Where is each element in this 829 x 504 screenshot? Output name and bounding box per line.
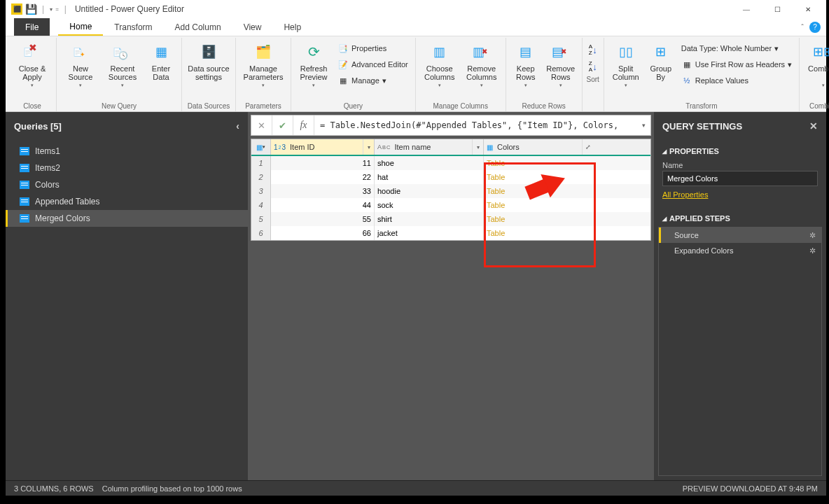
advanced-editor-button[interactable]: 📝Advanced Editor (335, 57, 411, 72)
keep-rows-button[interactable]: ▤Keep Rows▾ (510, 39, 541, 101)
properties-button[interactable]: 📑Properties (335, 41, 411, 56)
manage-button[interactable]: ▦Manage ▾ (335, 73, 411, 88)
manage-parameters-button[interactable]: 🗂️Manage Parameters▾ (240, 39, 286, 101)
cell-item-id[interactable]: 33 (271, 184, 375, 198)
table-row[interactable]: 222hatTable (251, 170, 650, 184)
collapse-queries-icon[interactable]: ‹ (236, 120, 239, 132)
gear-icon[interactable]: ✲ (809, 231, 816, 240)
ribbon-group-manage-columns: ▥Choose Columns▾ ▥✖Remove Columns▾ Manag… (416, 38, 506, 111)
expand-column-button[interactable]: ⤢ (582, 139, 593, 155)
qat-eq-icon: = (55, 6, 59, 13)
close-settings-button[interactable]: ✕ (809, 120, 818, 132)
column-header-item-name[interactable]: ABCItem name▾ (375, 139, 484, 155)
cell-item-name[interactable]: shirt (375, 212, 484, 226)
cell-item-name[interactable]: shoe (375, 156, 484, 170)
replace-values-button[interactable]: ½Replace Values (678, 73, 795, 88)
enter-data-button[interactable]: ▦Enter Data (145, 39, 177, 101)
sort-asc-button[interactable]: AZ↓ (585, 42, 601, 57)
choose-columns-button[interactable]: ▥Choose Columns▾ (420, 39, 459, 101)
cell-item-id[interactable]: 11 (271, 156, 375, 170)
cell-item-name[interactable]: hat (375, 170, 484, 184)
split-column-icon: ▯▯ (615, 41, 637, 63)
combine-button[interactable]: ⊞⊞Combine▾ (804, 39, 829, 101)
first-row-headers-button[interactable]: ▦Use First Row as Headers ▾ (678, 57, 795, 72)
close-apply-button[interactable]: 📄✖ Close & Apply▾ (13, 39, 52, 101)
cell-item-name[interactable]: jacket (375, 226, 484, 240)
data-source-settings-button[interactable]: 🗄️Data source settings (186, 39, 231, 101)
query-item[interactable]: Colors (6, 176, 248, 193)
table-row[interactable]: 444sockTable (251, 198, 650, 212)
table-row[interactable]: 555shirtTable (251, 212, 650, 226)
applied-step[interactable]: Expanded Colors✲ (659, 243, 821, 258)
qat-dropdown-icon[interactable]: ▾ (50, 6, 53, 13)
cell-item-id[interactable]: 55 (271, 212, 375, 226)
tab-help[interactable]: Help (272, 18, 312, 36)
properties-icon: 📑 (337, 43, 349, 54)
advanced-editor-icon: 📝 (337, 59, 349, 70)
data-type-button[interactable]: Data Type: Whole Number ▾ (678, 41, 795, 56)
minimize-button[interactable]: — (731, 0, 762, 18)
cell-item-id[interactable]: 22 (271, 170, 375, 184)
data-source-settings-icon: 🗄️ (197, 41, 220, 63)
properties-title: PROPERTIES (662, 144, 818, 158)
tab-home[interactable]: Home (58, 18, 103, 36)
table-row[interactable]: 666jacketTable (251, 226, 650, 240)
query-item[interactable]: Items2 (6, 160, 248, 176)
cell-colors[interactable]: Table (484, 156, 593, 170)
cell-colors[interactable]: Table (484, 212, 593, 226)
commit-formula-button[interactable]: ✔ (272, 115, 293, 135)
maximize-button[interactable]: ☐ (762, 0, 793, 18)
tab-file[interactable]: File (14, 18, 50, 36)
query-options: 📑Properties 📝Advanced Editor ▦Manage ▾ (335, 39, 411, 101)
fx-icon[interactable]: fx (293, 115, 314, 135)
query-name-input[interactable] (662, 171, 818, 186)
cancel-formula-button[interactable]: ✕ (251, 115, 272, 135)
filter-icon[interactable]: ▾ (363, 139, 374, 155)
query-item[interactable]: Items1 (6, 143, 248, 160)
expand-formula-button[interactable]: ▾ (636, 122, 650, 129)
query-settings-panel: QUERY SETTINGS ✕ PROPERTIES Name All Pro… (654, 112, 826, 480)
save-icon[interactable]: 💾 (25, 4, 36, 15)
cell-item-id[interactable]: 44 (271, 198, 375, 212)
sort-desc-button[interactable]: ZA↓ (585, 59, 601, 74)
recent-sources-button[interactable]: 📄🕓Recent Sources▾ (103, 39, 142, 101)
cell-colors[interactable]: Table (484, 226, 593, 240)
steps-list: Source✲Expanded Colors✲ (658, 227, 822, 476)
formula-input[interactable]: = Table.NestedJoin(#"Appended Tables", {… (314, 120, 636, 130)
new-source-button[interactable]: 📄✦New Source▾ (61, 39, 100, 101)
tab-transform[interactable]: Transform (103, 18, 163, 36)
table-row[interactable]: 333hoodieTable (251, 184, 650, 198)
group-by-icon: ⊞ (650, 41, 672, 63)
row-number: 2 (251, 170, 271, 184)
gear-icon[interactable]: ✲ (809, 246, 816, 255)
number-type-icon: 123 (271, 144, 288, 151)
collapse-ribbon-icon[interactable]: ˆ (795, 18, 809, 36)
cell-colors[interactable]: Table (484, 198, 593, 212)
column-header-item-id[interactable]: 123Item ID▾ (271, 139, 375, 155)
cell-item-id[interactable]: 66 (271, 226, 375, 240)
applied-step[interactable]: Source✲ (659, 227, 821, 243)
query-item[interactable]: Appended Tables (6, 193, 248, 210)
refresh-icon: ⟳ (302, 41, 325, 63)
remove-rows-button[interactable]: ▤✖Remove Rows▾ (544, 39, 578, 101)
cell-item-name[interactable]: sock (375, 198, 484, 212)
all-properties-link[interactable]: All Properties (662, 186, 708, 203)
row-header-corner[interactable]: ▦▾ (251, 139, 271, 155)
filter-icon[interactable]: ▾ (472, 139, 483, 155)
remove-columns-button[interactable]: ▥✖Remove Columns▾ (462, 39, 501, 101)
close-button[interactable]: ✕ (793, 0, 823, 18)
table-icon (20, 147, 29, 155)
tab-add-column[interactable]: Add Column (164, 18, 232, 36)
formula-bar: ✕ ✔ fx = Table.NestedJoin(#"Appended Tab… (251, 115, 651, 136)
ribbon-group-query: ⟳Refresh Preview▾ 📑Properties 📝Advanced … (291, 38, 416, 111)
refresh-preview-button[interactable]: ⟳Refresh Preview▾ (295, 39, 332, 101)
table-icon (20, 164, 29, 172)
cell-item-name[interactable]: hoodie (375, 184, 484, 198)
split-column-button[interactable]: ▯▯Split Column▾ (608, 39, 643, 101)
help-icon[interactable]: ? (809, 22, 821, 33)
table-row[interactable]: 111shoeTable (251, 156, 650, 170)
tab-view[interactable]: View (232, 18, 273, 36)
column-header-colors[interactable]: ▦Colors⤢ (484, 139, 593, 155)
query-item[interactable]: Merged Colors (6, 210, 248, 227)
group-by-button[interactable]: ⊞Group By (646, 39, 676, 101)
